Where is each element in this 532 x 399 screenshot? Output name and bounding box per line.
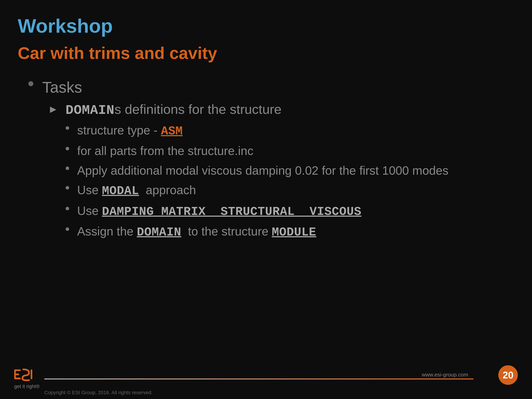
footer: get it right® www.esi-group.com 20 Copyr… xyxy=(0,367,532,399)
svg-rect-4 xyxy=(31,369,32,379)
slide-title: Workshop xyxy=(18,14,514,38)
list-item: Assign the DOMAIN to the structure MODUL… xyxy=(66,223,514,240)
item-all-parts: for all parts from the structure.inc xyxy=(77,143,253,158)
sub-sub-bullets-container: structure type - ASM for all parts from … xyxy=(48,122,514,240)
footer-line xyxy=(44,378,474,380)
domain2-keyword: DOMAIN xyxy=(137,225,181,239)
logo-tagline: get it right® xyxy=(14,384,40,389)
item-structure-type: structure type - ASM xyxy=(77,122,183,139)
arrow-icon: ► xyxy=(48,103,58,115)
bullet-dot-small xyxy=(66,227,69,231)
modal-keyword: MODAL xyxy=(102,184,139,198)
list-item: Use MODAL approach xyxy=(66,182,514,199)
domain-keyword: DOMAIN xyxy=(65,103,114,118)
footer-website: www.esi-group.com xyxy=(422,372,468,378)
tasks-label: Tasks xyxy=(42,77,82,96)
esi-logo-icon xyxy=(14,368,37,383)
list-item: Apply additional modal viscous damping 0… xyxy=(66,163,514,178)
item-damping-matrix: Use DAMPING_MATRIX STRUCTURAL VISCOUS xyxy=(77,203,361,220)
module-keyword: MODULE xyxy=(272,225,316,239)
bullet-level1-tasks: Tasks xyxy=(28,77,514,96)
esi-logo-area: get it right® xyxy=(14,368,40,389)
item-damping: Apply additional modal viscous damping 0… xyxy=(77,163,449,178)
bullet-level2-domains: ► DOMAINs definitions for the structure xyxy=(48,101,514,118)
bullet-dot-small xyxy=(66,186,69,190)
page-number-badge: 20 xyxy=(498,365,518,385)
damping-matrix-keyword: DAMPING_MATRIX STRUCTURAL VISCOUS xyxy=(102,205,361,218)
bullet-dot-small xyxy=(66,166,69,170)
asm-keyword: ASM xyxy=(161,124,183,138)
bullet-dot-small xyxy=(66,147,69,150)
item-modal: Use MODAL approach xyxy=(77,182,196,199)
footer-copyright: Copyright © ESI Group, 2016. All rights … xyxy=(44,390,152,395)
domains-label: DOMAINs definitions for the structure xyxy=(65,101,281,118)
bullet-dot-small xyxy=(66,126,69,130)
bullet-dot-small xyxy=(66,207,69,210)
svg-rect-2 xyxy=(14,374,19,375)
list-item: structure type - ASM xyxy=(66,122,514,139)
list-item: for all parts from the structure.inc xyxy=(66,143,514,158)
slide-container: Workshop Car with trims and cavity Tasks… xyxy=(0,0,532,399)
sub-bullets-container: ► DOMAINs definitions for the structure … xyxy=(28,101,514,240)
svg-rect-3 xyxy=(14,378,21,379)
content-area: Tasks ► DOMAINs definitions for the stru… xyxy=(18,77,514,240)
list-item: Use DAMPING_MATRIX STRUCTURAL VISCOUS xyxy=(66,203,514,220)
slide-subtitle: Car with trims and cavity xyxy=(18,43,514,63)
bullet-dot-large xyxy=(28,81,33,86)
item-assign-domain: Assign the DOMAIN to the structure MODUL… xyxy=(77,223,316,240)
